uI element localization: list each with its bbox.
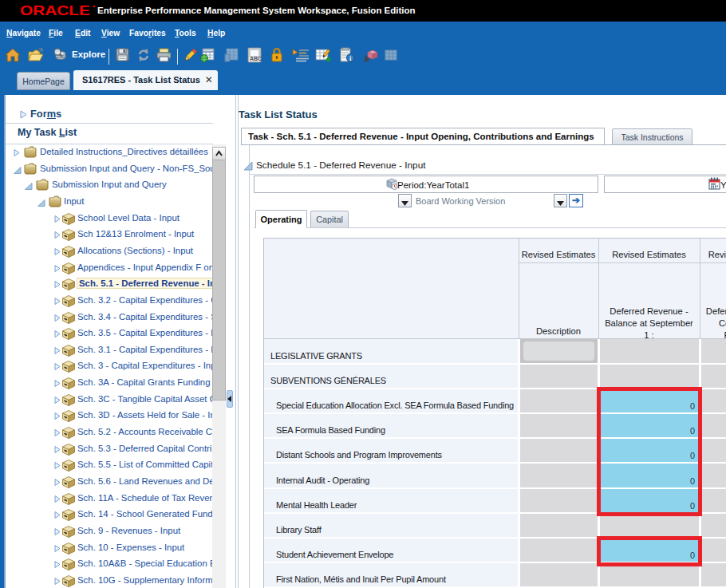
svg-text:ABC: ABC — [250, 56, 262, 61]
svg-text:ORACLE: ORACLE — [20, 3, 90, 18]
